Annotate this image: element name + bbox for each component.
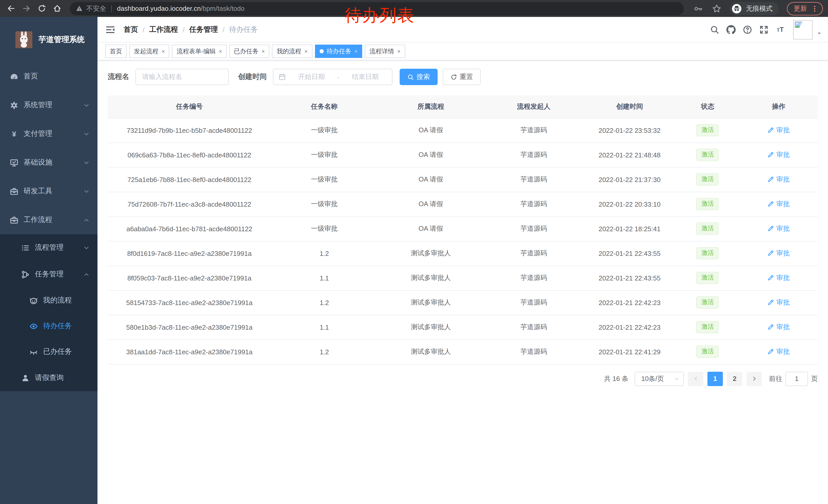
pencil-icon xyxy=(768,225,774,232)
approve-button[interactable]: 审批 xyxy=(768,273,790,282)
chevron-down-icon xyxy=(84,160,89,165)
breadcrumb-item-1[interactable]: 工作流程 xyxy=(149,25,178,34)
breadcrumb-item-2[interactable]: 任务管理 xyxy=(189,25,218,34)
browser-reload-button[interactable] xyxy=(35,2,48,15)
approve-button[interactable]: 审批 xyxy=(768,249,790,258)
cell-created: 2022-01-22 21:37:30 xyxy=(584,167,676,192)
url-separator xyxy=(111,5,112,12)
eye-closed-icon xyxy=(29,348,38,356)
sidebar-item-process-mgmt[interactable]: 流程管理 xyxy=(0,234,97,261)
approve-button[interactable]: 审批 xyxy=(768,322,790,332)
sidebar-item-done-task[interactable]: 已办任务 xyxy=(0,339,97,365)
sidebar-item-system[interactable]: 系统管理 xyxy=(0,91,97,120)
page-button-2[interactable]: 2 xyxy=(727,371,742,386)
fullscreen-icon xyxy=(759,25,769,34)
tab-close-icon[interactable]: × xyxy=(355,48,358,54)
cell-name: 1.2 xyxy=(271,290,378,315)
bookmark-star-icon[interactable] xyxy=(712,4,721,13)
tab-start-process[interactable]: 发起流程× xyxy=(129,45,170,58)
tab-process-detail[interactable]: 流程详情× xyxy=(365,45,405,58)
sidebar-item-payment[interactable]: ¥支付管理 xyxy=(0,120,97,148)
tab-todo-task[interactable]: 待办任务× xyxy=(315,45,363,58)
help-icon xyxy=(743,25,752,34)
approve-button[interactable]: 审批 xyxy=(768,199,790,209)
tab-close-icon[interactable]: × xyxy=(162,48,165,54)
main-area: 首页/工作流程/任务管理/待办任务 TT 首页发起流程×流程表单-编辑×已办任务… xyxy=(97,17,828,504)
goto-suffix: 页 xyxy=(811,374,818,383)
approve-label: 审批 xyxy=(777,224,790,233)
sidebar-item-todo-task[interactable]: 待办任务 xyxy=(0,313,97,339)
range-separator: - xyxy=(337,73,340,81)
prev-page-button[interactable] xyxy=(688,371,703,386)
cell-status: 激活 xyxy=(676,118,740,142)
sidebar-item-leave-query[interactable]: 请假查询 xyxy=(0,365,97,391)
browser-update-button[interactable]: 更新 xyxy=(787,2,823,15)
cell-process: OA 请假 xyxy=(378,118,484,142)
cell-starter: 芋道源码 xyxy=(484,290,584,315)
fullscreen-button[interactable] xyxy=(756,22,772,37)
approve-button[interactable]: 审批 xyxy=(768,150,790,159)
monitor-icon xyxy=(10,158,18,167)
sidebar-collapse-icon[interactable] xyxy=(105,25,115,35)
tab-close-icon[interactable]: × xyxy=(219,48,222,54)
sidebar-item-infra[interactable]: 基础设施 xyxy=(0,148,97,177)
cell-created: 2022-01-21 22:42:23 xyxy=(584,290,676,315)
browser-back-button[interactable] xyxy=(4,2,17,15)
tab-home[interactable]: 首页 xyxy=(105,45,127,58)
table-row: 381aa1dd-7ac8-11ec-a9e2-a2380e71991a1.2测… xyxy=(108,339,818,364)
approve-button[interactable]: 审批 xyxy=(768,175,790,184)
avatar-caret-icon[interactable] xyxy=(817,31,822,36)
user-avatar[interactable] xyxy=(793,20,813,39)
tab-form-edit[interactable]: 流程表单-编辑× xyxy=(172,45,227,58)
create-time-range-picker[interactable]: 开始日期 - 结束日期 xyxy=(273,69,392,85)
sidebar-item-task-mgmt[interactable]: 任务管理 xyxy=(0,261,97,288)
cell-starter: 芋道源码 xyxy=(484,167,584,192)
breadcrumb-item-0[interactable]: 首页 xyxy=(124,25,138,34)
page-size-select[interactable]: 10条/页 xyxy=(634,371,684,386)
not-secure-warning-icon xyxy=(76,5,83,12)
header-search-button[interactable] xyxy=(707,22,722,37)
start-date-placeholder: 开始日期 xyxy=(290,72,333,82)
chevron-right-icon xyxy=(751,376,757,381)
reset-button[interactable]: 重置 xyxy=(443,69,481,85)
chevron-down-icon xyxy=(84,188,89,194)
browser-home-button[interactable] xyxy=(50,2,64,15)
next-page-button[interactable] xyxy=(746,371,762,386)
cell-process: 测试多审批人 xyxy=(378,339,484,364)
tab-done-task[interactable]: 已办任务× xyxy=(229,45,270,58)
search-button-icon xyxy=(407,74,414,80)
tab-close-icon[interactable]: × xyxy=(397,48,401,54)
sidebar-item-workflow[interactable]: 工作流程 xyxy=(0,205,97,234)
font-size-button[interactable]: TT xyxy=(773,22,788,37)
search-button[interactable]: 搜索 xyxy=(400,69,438,85)
sidebar-item-home[interactable]: 首页 xyxy=(0,62,97,91)
cell-created: 2022-01-21 22:42:23 xyxy=(584,315,676,339)
chevron-down-icon xyxy=(84,102,89,108)
browser-menu-icon[interactable] xyxy=(811,5,818,12)
tab-close-icon[interactable]: × xyxy=(262,48,265,54)
sidebar-item-devtools[interactable]: 研发工具 xyxy=(0,177,97,205)
sidebar-item-label: 首页 xyxy=(24,72,38,81)
approve-button[interactable]: 审批 xyxy=(768,126,790,135)
status-badge: 激活 xyxy=(696,247,719,259)
app-navbar: 首页/工作流程/任务管理/待办任务 TT xyxy=(97,17,828,43)
app-title: 芋道管理系统 xyxy=(38,35,85,44)
tab-my-process[interactable]: 我的流程× xyxy=(272,45,313,58)
tab-close-icon[interactable]: × xyxy=(304,48,308,54)
github-link[interactable] xyxy=(723,22,739,37)
page-button-1[interactable]: 1 xyxy=(707,371,723,386)
cell-id: 8f0d1619-7ac8-11ec-a9e2-a2380e71991a xyxy=(108,241,271,266)
approve-button[interactable]: 审批 xyxy=(768,298,790,307)
browser-forward-button[interactable] xyxy=(19,2,33,15)
cell-name: 一级审批 xyxy=(271,142,378,167)
cell-starter: 芋道源码 xyxy=(484,315,584,339)
goto-page-input[interactable]: 1 xyxy=(785,371,808,386)
approve-button[interactable]: 审批 xyxy=(768,347,790,356)
cell-process: OA 请假 xyxy=(378,192,484,216)
cell-name: 1.2 xyxy=(271,241,378,266)
password-key-icon[interactable] xyxy=(694,4,703,13)
help-button[interactable] xyxy=(740,22,755,37)
sidebar-item-my-process[interactable]: 我的流程 xyxy=(0,288,97,313)
approve-button[interactable]: 审批 xyxy=(768,224,790,233)
process-name-input[interactable]: 请输入流程名 xyxy=(135,69,229,85)
